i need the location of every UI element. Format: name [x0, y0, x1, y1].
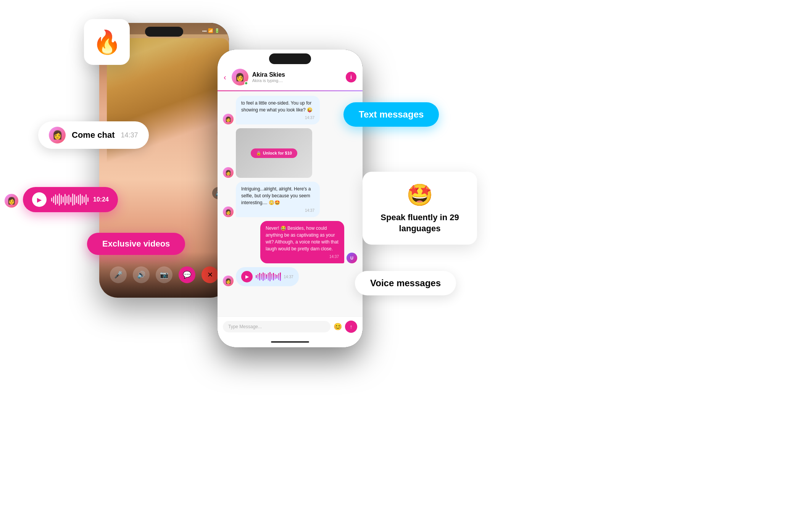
message-time: 14:37: [241, 115, 314, 121]
voice-message-time: 14:37: [284, 275, 293, 279]
fire-emoji: 🔥: [93, 29, 121, 56]
come-chat-card[interactable]: 👩 Come chat 14:37: [38, 121, 149, 149]
message-placeholder: Type Message...: [228, 324, 262, 329]
msg-avatar: 👩: [223, 114, 234, 124]
exclusive-videos-card[interactable]: Exclusive videos: [87, 233, 185, 255]
chat-input-bar: Type Message... 😊 ↑: [218, 316, 363, 337]
home-bar: [271, 341, 309, 343]
voice-waveform: [256, 272, 281, 281]
message-time: 14:37: [266, 254, 339, 260]
unlock-label: Unlock for $10: [263, 151, 292, 155]
speak-fluently-emoji: 🤩: [376, 182, 463, 208]
message-time: 14:37: [241, 208, 314, 213]
voice-messages-card: Voice messages: [355, 271, 456, 295]
message-bubble: Intriguing...alright, alright. Here's a …: [236, 182, 320, 217]
come-chat-time: 14:37: [121, 131, 138, 139]
home-indicator: [218, 337, 363, 347]
message-bubble: Never! 😂 Besides, how could anything be …: [260, 221, 344, 263]
message-text: Never! 😂 Besides, how could anything be …: [266, 226, 339, 251]
voice-note-avatar: 👩: [4, 193, 19, 208]
send-button[interactable]: ↑: [345, 321, 357, 333]
message-text: to feel a little one-sided. You up for s…: [241, 100, 313, 113]
msg-avatar: 👩: [223, 276, 234, 286]
speaker-button[interactable]: 🔊: [133, 266, 150, 283]
voice-note-time: 10:24: [93, 196, 109, 203]
voice-message-bubble[interactable]: ▶: [236, 267, 299, 286]
wifi-icon: 📶: [208, 28, 213, 33]
message-row: 👩 Intriguing...alright, alright. Here's …: [223, 182, 357, 217]
come-chat-label: Come chat: [72, 130, 114, 140]
status-icons: ▪▪▪ 📶 🔋: [202, 28, 220, 33]
msg-avatar: 👩: [223, 206, 234, 217]
send-icon: ↑: [350, 324, 353, 330]
voice-play-button[interactable]: ▶: [32, 192, 47, 207]
video-button[interactable]: 📷: [156, 266, 172, 283]
contact-status: Akira is typing....: [252, 78, 342, 83]
text-messages-label: Text messages: [359, 109, 424, 119]
text-messages-card: Text messages: [343, 102, 439, 127]
sent-user-avatar: U: [347, 253, 357, 263]
message-text: Intriguing...alright, alright. Here's a …: [241, 186, 311, 205]
emoji-button[interactable]: 😊: [334, 322, 342, 331]
message-row: 👩 🔒 Unlock for $10: [223, 128, 357, 178]
voice-messages-label: Voice messages: [370, 278, 441, 288]
speak-fluently-text: Speak fluently in 29 languages: [380, 213, 459, 233]
contact-name: Akira Skies: [252, 71, 342, 78]
chat-contact-avatar: 👩: [232, 69, 248, 85]
signal-icon: ▪▪▪: [202, 29, 207, 33]
message-bubble: to feel a little one-sided. You up for s…: [236, 96, 320, 124]
voice-note-card[interactable]: ▶ 10:24: [23, 187, 118, 212]
mic-button[interactable]: 🎤: [110, 266, 127, 283]
message-row: Never! 😂 Besides, how could anything be …: [223, 221, 357, 263]
chat-body: 👩 to feel a little one-sided. You up for…: [218, 91, 363, 316]
voice-play-button[interactable]: ▶: [241, 271, 253, 282]
fire-card: 🔥: [84, 19, 130, 65]
locked-media[interactable]: 🔒 Unlock for $10: [236, 128, 312, 178]
left-phone-bottom-bar: 🎤 🔊 📷 💬 ✕: [99, 252, 229, 298]
online-dot: [244, 81, 248, 85]
waveform: [51, 193, 89, 206]
message-input[interactable]: Type Message...: [223, 321, 330, 332]
chat-contact-info: Akira Skies Akira is typing....: [252, 71, 342, 83]
message-row: 👩 to feel a little one-sided. You up for…: [223, 96, 357, 124]
back-button[interactable]: ‹: [224, 73, 226, 82]
chat-info-button[interactable]: i: [346, 72, 356, 82]
exclusive-videos-label: Exclusive videos: [102, 239, 170, 248]
right-phone-notch: [269, 53, 311, 64]
chat-button[interactable]: 💬: [179, 266, 195, 283]
msg-avatar: 👩: [223, 167, 234, 178]
speak-fluently-card: 🤩 Speak fluently in 29 languages: [363, 172, 477, 245]
come-chat-avatar: 👩: [49, 127, 66, 143]
message-row: 👩 ▶: [223, 267, 357, 286]
right-phone: ‹ 👩 Akira Skies Akira is typing.... i 👩 …: [218, 50, 363, 347]
battery-icon: 🔋: [214, 28, 220, 33]
end-call-button[interactable]: ✕: [202, 266, 218, 283]
lock-icon: 🔒: [256, 151, 261, 156]
unlock-button[interactable]: 🔒 Unlock for $10: [251, 148, 297, 158]
